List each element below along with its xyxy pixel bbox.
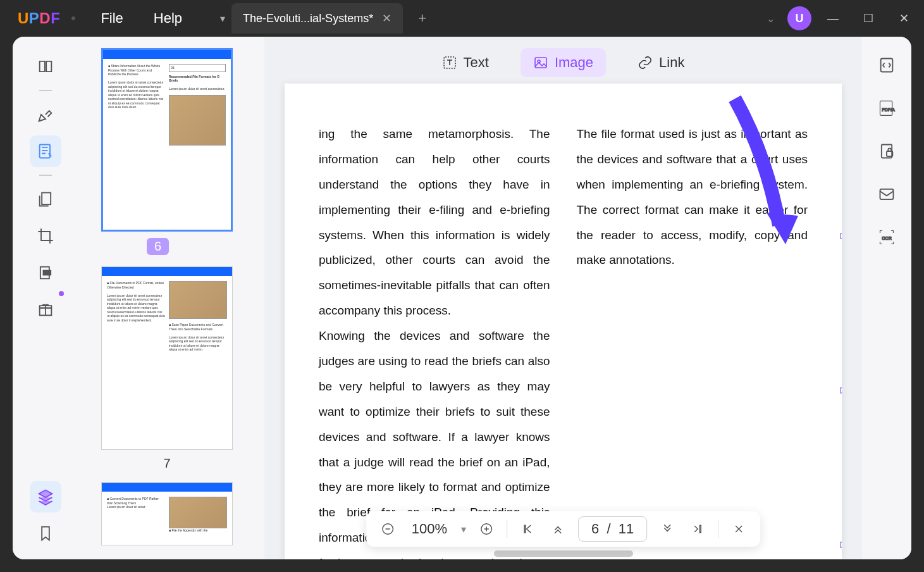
svg-rect-15 (880, 189, 894, 199)
page-column-right: The file format used is just as importan… (577, 121, 808, 559)
thumbnail-number: 7 (89, 456, 245, 471)
thumbnail-page-6[interactable]: ■ Share Information About the Whole Proc… (89, 48, 245, 255)
svg-rect-1 (42, 193, 51, 205)
zoom-level: 100% (408, 521, 451, 537)
crop-tool[interactable] (30, 220, 61, 252)
text-icon (442, 55, 457, 70)
image-icon (533, 55, 548, 70)
svg-text:OCR: OCR (882, 236, 892, 240)
annotate-tool[interactable] (30, 99, 61, 130)
resize-handle-sw[interactable] (840, 542, 842, 548)
zoom-in-button[interactable] (476, 519, 496, 539)
title-bar: UPDF File Help ▾ The-Evoluti...ial-Syste… (0, 0, 924, 37)
gift-tool[interactable] (30, 294, 61, 325)
edit-text-button[interactable]: Text (429, 48, 502, 77)
share-tool[interactable] (873, 181, 900, 208)
convert-tool[interactable] (873, 52, 900, 78)
rail-separator (39, 175, 52, 176)
prev-page-button[interactable] (548, 519, 568, 539)
tab-close-icon[interactable]: ✕ (382, 11, 391, 25)
tab-strip: ▾ The-Evoluti...ial-Systems* ✕ + (220, 3, 426, 34)
close-window-button[interactable]: ✕ (890, 4, 918, 32)
rail-separator (39, 90, 52, 91)
maximize-button[interactable]: ☐ (854, 4, 882, 32)
thumbnail-panel[interactable]: ■ Share Information About the Whole Proc… (78, 37, 264, 559)
menu-help[interactable]: Help (154, 10, 182, 27)
edit-link-label: Link (659, 54, 684, 71)
redact-tool[interactable] (30, 257, 61, 289)
workspace: ■ Share Information About the Whole Proc… (13, 37, 911, 559)
zoom-out-button[interactable] (378, 519, 398, 539)
menu-file[interactable]: File (101, 10, 123, 27)
svg-rect-0 (40, 145, 50, 158)
layers-panel-button[interactable] (30, 481, 61, 513)
edit-link-button[interactable]: Link (625, 48, 697, 77)
bookmark-panel-button[interactable] (30, 518, 61, 549)
page-canvas[interactable]: ing the same metamorphosis. The informat… (285, 84, 842, 559)
svg-rect-3 (44, 271, 51, 275)
new-tab-icon[interactable]: + (418, 10, 426, 27)
app-logo: UPDF (18, 9, 60, 27)
zoom-dropdown-icon[interactable]: ▾ (461, 523, 466, 535)
document-tab[interactable]: The-Evoluti...ial-Systems* ✕ (231, 3, 403, 34)
edit-tool[interactable] (30, 135, 61, 167)
user-avatar[interactable]: U (787, 6, 811, 30)
horizontal-scrollbar[interactable] (494, 550, 633, 557)
pdfa-tool[interactable]: PDF/A (873, 95, 900, 121)
svg-rect-6 (535, 58, 546, 68)
tab-title: The-Evoluti...ial-Systems* (243, 12, 373, 25)
main-menu: File Help (101, 10, 182, 27)
protect-tool[interactable] (873, 138, 900, 165)
svg-text:PDF/A: PDF/A (882, 108, 895, 112)
thumbnail-page-8[interactable]: ■ Convert Documents to PDF Rather than S… (89, 482, 245, 545)
left-tool-rail (13, 37, 78, 559)
thumbnail-page-7[interactable]: ■ File Documents in PDF Format, unless O… (89, 266, 245, 471)
chevron-down-icon[interactable]: ⌄ (761, 8, 780, 30)
last-page-button[interactable] (687, 519, 708, 539)
thumbnail-number: 6 (147, 238, 169, 255)
first-page-button[interactable] (517, 519, 538, 539)
close-bar-button[interactable] (729, 519, 749, 539)
minimize-button[interactable]: — (819, 4, 847, 32)
page-column-left: ing the same metamorphosis. The informat… (319, 121, 550, 559)
window-controls: ⌄ U — ☐ ✕ (761, 0, 918, 37)
tab-dropdown-icon[interactable]: ▾ (220, 13, 225, 25)
resize-handle-w[interactable] (840, 387, 842, 394)
ocr-tool[interactable]: OCR (873, 224, 900, 251)
logo-dot (71, 16, 75, 20)
edit-mode-tools: Text Image Link (429, 48, 698, 77)
page-indicator[interactable]: 6 / 11 (578, 516, 647, 542)
edit-text-label: Text (464, 54, 489, 71)
main-view: Text Image Link ing the same metamorphos… (264, 37, 862, 559)
resize-handle-nw[interactable] (840, 233, 842, 239)
pages-tool[interactable] (30, 183, 61, 215)
edit-image-label: Image (555, 54, 593, 71)
edit-image-button[interactable]: Image (521, 48, 606, 77)
view-control-bar: 100% ▾ 6 / 11 (366, 511, 761, 547)
right-tool-rail: PDF/A OCR (862, 37, 911, 559)
link-icon (638, 55, 653, 70)
reader-tool[interactable] (30, 51, 61, 82)
next-page-button[interactable] (657, 519, 677, 539)
